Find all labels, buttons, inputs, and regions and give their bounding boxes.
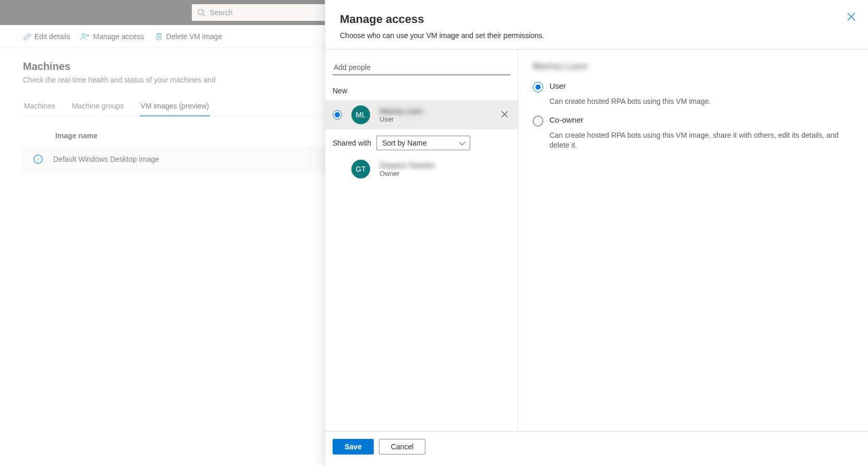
radio-coowner[interactable] xyxy=(533,116,543,126)
sort-by-dropdown[interactable]: Sort by Name xyxy=(376,136,470,150)
permission-user-option[interactable]: User xyxy=(533,81,853,92)
tab-vm-images[interactable]: VM images (preview) xyxy=(140,97,210,116)
permission-user-description: Can create hosted RPA bots using this VM… xyxy=(549,97,853,107)
manage-access-label: Manage access xyxy=(93,32,144,41)
tab-machines[interactable]: Machines xyxy=(23,97,56,116)
permission-coowner-label: Co-owner xyxy=(549,115,583,124)
edit-details-button[interactable]: Edit details xyxy=(23,32,70,41)
people-icon xyxy=(80,32,90,41)
manage-access-button[interactable]: Manage access xyxy=(80,32,144,41)
svg-point-0 xyxy=(198,9,203,15)
svg-point-3 xyxy=(87,34,89,37)
new-person-row[interactable]: ML Marisa Leon User xyxy=(325,100,518,129)
search-placeholder: Search xyxy=(210,8,233,17)
close-icon xyxy=(847,13,855,21)
x-icon xyxy=(501,111,508,118)
panel-header: Manage access Choose who can use your VM… xyxy=(325,0,868,50)
radio-user[interactable] xyxy=(533,82,543,92)
person-role: Owner xyxy=(380,170,510,177)
delete-vm-image-button[interactable]: Delete VM image xyxy=(155,32,222,41)
close-button[interactable] xyxy=(847,13,855,22)
selected-person-name: Marisa Leon xyxy=(533,61,853,72)
svg-line-1 xyxy=(203,14,205,16)
permission-coowner-description: Can create hosted RPA bots using this VM… xyxy=(549,130,853,151)
add-people-input[interactable]: Add people xyxy=(333,60,510,75)
person-role: User xyxy=(380,115,490,123)
panel-title: Manage access xyxy=(340,13,853,26)
owner-person-row[interactable]: GT Givanni Trenton Owner xyxy=(325,154,518,184)
row-image-name: Default Windows Desktop Image xyxy=(53,155,159,163)
avatar: ML xyxy=(351,105,370,124)
row-selected-icon[interactable]: ✓ xyxy=(33,154,43,164)
panel-description: Choose who can use your VM image and set… xyxy=(340,31,853,40)
edit-details-label: Edit details xyxy=(34,32,70,41)
person-name: Givanni Trenton xyxy=(380,161,510,170)
permission-user-label: User xyxy=(549,81,566,90)
tab-machine-groups[interactable]: Machine groups xyxy=(71,97,125,116)
shared-with-label: Shared with xyxy=(333,139,371,147)
delete-vm-label: Delete VM image xyxy=(166,32,222,41)
people-pane: Add people New ML Marisa Leon User Share… xyxy=(325,50,518,185)
permissions-pane: Marisa Leon User Can create hosted RPA b… xyxy=(518,50,868,185)
new-section-label: New xyxy=(325,85,518,100)
remove-person-button[interactable] xyxy=(499,109,510,122)
permission-coowner-option[interactable]: Co-owner xyxy=(533,115,853,126)
svg-point-2 xyxy=(82,33,85,37)
trash-icon xyxy=(155,32,163,41)
pencil-icon xyxy=(23,32,31,41)
avatar: GT xyxy=(351,160,370,178)
person-name: Marisa Leon xyxy=(380,106,490,115)
person-selected-radio[interactable] xyxy=(333,110,342,120)
sort-by-value: Sort by Name xyxy=(382,139,427,147)
manage-access-panel: Manage access Choose who can use your VM… xyxy=(325,0,868,185)
search-icon xyxy=(197,8,205,17)
